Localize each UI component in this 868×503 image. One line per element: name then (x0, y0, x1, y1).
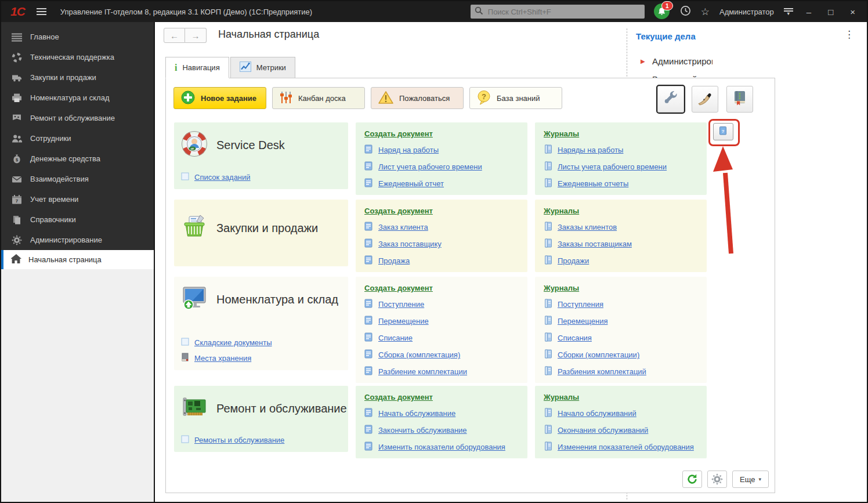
close-button[interactable]: × (847, 8, 859, 16)
create-doc-link[interactable]: Сборка (комплектация) (364, 349, 519, 360)
document-icon (364, 442, 373, 453)
svg-text:7: 7 (16, 198, 19, 204)
sidebar-item-interactions[interactable]: Взаимодействия (1, 169, 154, 189)
journal-link[interactable]: Продажи (544, 255, 698, 266)
minimize-button[interactable]: – (803, 8, 815, 16)
circuit-board-icon (181, 394, 208, 423)
maximize-button[interactable]: □ (824, 8, 837, 16)
create-doc-link[interactable]: Изменить показатели оборудования (364, 442, 519, 453)
journals-heading[interactable]: Журналы (544, 393, 698, 401)
create-doc-link[interactable]: Разбиение комплектации (364, 366, 519, 377)
tab-navigation[interactable]: i Навигация (165, 57, 229, 78)
create-doc-heading[interactable]: Создать документ (364, 393, 519, 401)
create-doc-link[interactable]: Заказ поставщику (364, 238, 519, 249)
kanban-board-button[interactable]: Канбан доска (272, 87, 365, 109)
sidebar-item-nomenclature[interactable]: Номенклатура и склад (1, 88, 154, 108)
sidebar-item-main[interactable]: Главное (1, 27, 154, 47)
journal-link[interactable]: Поступления (544, 299, 698, 310)
manual-book-button[interactable] (726, 86, 753, 113)
section-link-task-list[interactable]: Список заданий (181, 172, 339, 182)
create-doc-link[interactable]: Наряд на работы (364, 144, 519, 155)
calendar-icon: 7 (11, 194, 23, 205)
forward-button[interactable]: → (185, 28, 207, 43)
tab-metrics[interactable]: Метрики (230, 57, 295, 78)
favorites-star-icon[interactable]: ☆ (701, 7, 710, 17)
journal-link[interactable]: Заказы клиентов (544, 222, 698, 233)
warning-icon (378, 91, 393, 106)
refresh-button[interactable] (682, 471, 702, 488)
list-icon (181, 172, 189, 182)
journal-link[interactable]: Наряды на работы (544, 144, 698, 155)
global-search[interactable] (471, 5, 645, 19)
section-link-warehouse-docs[interactable]: Складские документы (181, 338, 339, 348)
section-link-storage-places[interactable]: Места хранения (181, 353, 339, 363)
journal-link[interactable]: Сборки (комплектации) (544, 349, 698, 360)
sidebar-item-home-page[interactable]: Начальная страница (1, 250, 154, 269)
reference-book-icon (181, 353, 189, 363)
user-name[interactable]: Администратор (719, 8, 774, 16)
title-bar: 1С Управление IT-отделом 8, редакция 3.1… (1, 1, 867, 22)
search-input[interactable] (487, 7, 641, 17)
back-button[interactable]: ← (164, 28, 185, 43)
create-doc-link[interactable]: Закончить обслуживание (364, 425, 519, 436)
service-menu-icon[interactable]: ▾ (784, 8, 793, 15)
create-doc-link[interactable]: Списание (364, 332, 519, 343)
more-button[interactable]: Еще▾ (732, 471, 769, 488)
sidebar-item-repair[interactable]: Ремонт и обслуживание (1, 108, 154, 128)
journal-link[interactable]: Списания (544, 332, 698, 343)
section-repair-maintenance: Ремонт и обслуживание Ремонты и обслужив… (174, 386, 707, 458)
document-icon (364, 222, 373, 233)
complain-button[interactable]: Пожаловаться (371, 87, 464, 109)
sidebar-item-administration[interactable]: Администрирование (1, 230, 154, 250)
sliders-icon (280, 91, 292, 106)
create-doc-link[interactable]: Лист учета рабочего времени (364, 161, 519, 172)
journals-heading[interactable]: Журналы (544, 207, 698, 215)
journal-link[interactable]: Заказы поставщикам (544, 238, 698, 249)
section-link-repairs[interactable]: Ремонты и обслуживание (181, 435, 339, 445)
design-brush-button[interactable] (692, 86, 718, 113)
monitor-icon (181, 285, 208, 314)
journal-link[interactable]: Перемещения (544, 316, 698, 327)
document-icon (364, 255, 373, 266)
printer-icon (11, 93, 23, 103)
create-doc-link[interactable]: Начать обслуживание (364, 408, 519, 419)
create-doc-heading[interactable]: Создать документ (364, 129, 519, 138)
sidebar-item-employees[interactable]: Сотрудники (1, 128, 154, 149)
journal-icon (544, 316, 552, 327)
journal-link[interactable]: Ежедневные отчеты (544, 178, 698, 189)
current-task-item[interactable]: ▶ Администрирование (641, 56, 713, 66)
form-settings-button[interactable] (707, 471, 727, 488)
create-doc-link[interactable]: Ежедневный отчет (364, 178, 519, 189)
sidebar-item-purchases[interactable]: Закупки и продажи (1, 67, 154, 88)
new-task-button[interactable]: Новое задание (173, 87, 266, 109)
sidebar-item-money[interactable]: $ Денежные средства (1, 149, 154, 169)
brush-icon (697, 90, 713, 108)
journal-link[interactable]: Разбиения комплектаций (544, 366, 698, 377)
create-doc-link[interactable]: Заказ клиента (364, 222, 519, 233)
sidebar-item-tech-support[interactable]: Техническая поддержка (1, 47, 154, 67)
create-doc-heading[interactable]: Создать документ (364, 207, 519, 215)
create-doc-link[interactable]: Поступление (364, 299, 519, 310)
create-doc-link[interactable]: Перемещение (364, 316, 519, 327)
search-icon (475, 6, 483, 17)
create-doc-heading[interactable]: Создать документ (364, 284, 519, 292)
section-title: Номенклатура и склад (216, 293, 338, 306)
journal-link[interactable]: Листы учета рабочего времени (544, 161, 698, 172)
notifications-button[interactable]: 1 (654, 3, 670, 20)
help-document-button[interactable]: ? (713, 123, 733, 140)
sidebar-item-time-tracking[interactable]: 7 Учет времени (1, 189, 154, 209)
journal-link[interactable]: Окончания обслуживаний (544, 425, 698, 436)
page-more-menu-icon[interactable]: ⋮ (844, 28, 854, 41)
journals-heading[interactable]: Журналы (544, 284, 698, 292)
sidebar-item-references[interactable]: Справочники (1, 209, 154, 230)
home-icon (11, 254, 21, 265)
knowledge-base-button[interactable]: ? База знаний (469, 87, 562, 109)
main-menu-icon[interactable] (37, 8, 46, 15)
history-icon[interactable] (680, 5, 691, 19)
journal-icon (544, 442, 552, 453)
journal-link[interactable]: Изменения показателей оборудования (544, 442, 698, 453)
journal-link[interactable]: Начало обслуживаний (544, 408, 698, 419)
settings-wrench-button[interactable] (657, 86, 684, 113)
create-doc-link[interactable]: Продажа (364, 255, 519, 266)
journals-heading[interactable]: Журналы (544, 129, 698, 138)
